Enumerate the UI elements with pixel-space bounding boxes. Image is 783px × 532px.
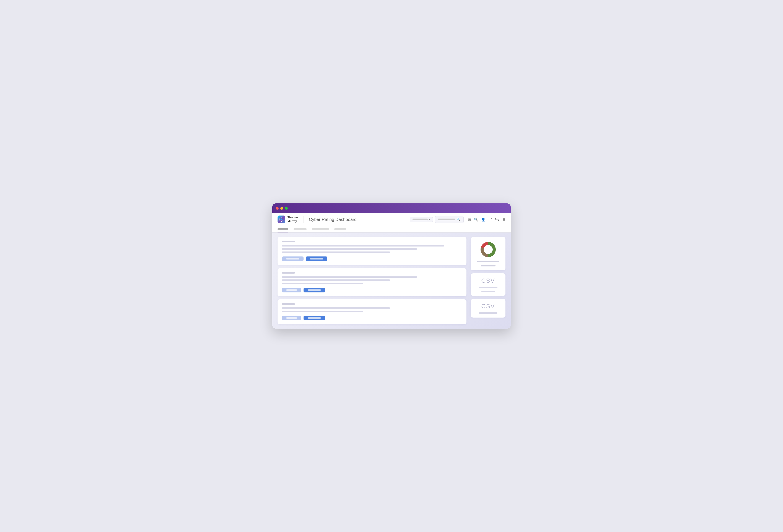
view-details-button[interactable] (282, 256, 304, 261)
tab-reports[interactable] (293, 226, 307, 232)
content-line (282, 245, 444, 247)
content-line (282, 283, 363, 284)
csv-label: CSV (481, 303, 495, 310)
download-button[interactable] (306, 256, 327, 261)
logo-area: Thomas Murray (278, 216, 298, 223)
card-buttons (282, 288, 462, 292)
donut-center (484, 246, 492, 253)
csv-label: CSV (481, 277, 495, 284)
csv-subdescription (481, 291, 495, 292)
content-line (282, 248, 417, 250)
app-window: Thomas Murray Cyber Rating Dashboard ▾ 🔍… (272, 204, 511, 328)
shield-icon[interactable]: 🛡 (489, 217, 492, 221)
csv-description (479, 287, 498, 288)
page-title: Cyber Rating Dashboard (309, 217, 406, 222)
content-line (282, 307, 390, 309)
search-icon-nav[interactable]: 🔍 (474, 217, 478, 222)
csv-card-1: CSV (471, 273, 505, 296)
side-panel: CSV CSV (471, 237, 505, 324)
menu-icon[interactable]: ☰ (502, 217, 505, 222)
donut-chart (479, 241, 497, 258)
chart-label (477, 261, 499, 262)
traffic-light-red[interactable] (276, 207, 279, 210)
nav-tabs (272, 226, 511, 232)
header: Thomas Murray Cyber Rating Dashboard ▾ 🔍… (272, 213, 511, 226)
search-icon[interactable]: 🔍 (457, 217, 461, 222)
search-control[interactable]: 🔍 (435, 216, 464, 223)
content-line (282, 251, 390, 253)
header-divider (304, 216, 304, 223)
list-item (278, 268, 466, 296)
content-line (282, 311, 363, 312)
user-icon[interactable]: 👤 (481, 217, 486, 222)
header-controls: ▾ 🔍 ⊞ 🔍 👤 🛡 💬 ☰ (410, 216, 505, 223)
view-details-button[interactable] (282, 288, 301, 292)
chart-card (471, 237, 505, 270)
logo-text: Thomas Murray (287, 216, 298, 223)
dropdown-value (412, 219, 428, 220)
content-line (282, 276, 417, 278)
logo-icon (278, 216, 285, 223)
traffic-light-yellow[interactable] (280, 207, 283, 210)
download-button[interactable] (304, 316, 325, 320)
download-button[interactable] (304, 288, 325, 292)
list-item (278, 237, 466, 265)
content-line (282, 279, 390, 281)
content-area: CSV CSV (272, 232, 511, 328)
card-tag (282, 303, 295, 305)
card-tag (282, 272, 295, 274)
csv-description (479, 312, 498, 314)
view-details-button[interactable] (282, 316, 301, 320)
traffic-light-green[interactable] (285, 207, 288, 210)
list-item (278, 300, 466, 324)
tab-settings[interactable] (334, 226, 346, 232)
csv-card-2: CSV (471, 299, 505, 318)
search-value (438, 219, 455, 220)
grid-icon[interactable]: ⊞ (468, 217, 471, 222)
titlebar (272, 204, 511, 213)
chart-sublabel (481, 265, 496, 267)
icon-group: ⊞ 🔍 👤 🛡 💬 ☰ (468, 217, 505, 222)
chat-icon[interactable]: 💬 (495, 217, 499, 222)
dropdown-selector[interactable]: ▾ (410, 217, 433, 222)
chevron-down-icon: ▾ (429, 218, 430, 221)
card-buttons (282, 256, 462, 261)
svg-point-0 (281, 219, 282, 220)
main-list (278, 237, 466, 324)
card-tag (282, 241, 295, 242)
card-buttons (282, 316, 462, 320)
tab-overview[interactable] (278, 226, 288, 232)
tab-analytics[interactable] (312, 226, 329, 232)
